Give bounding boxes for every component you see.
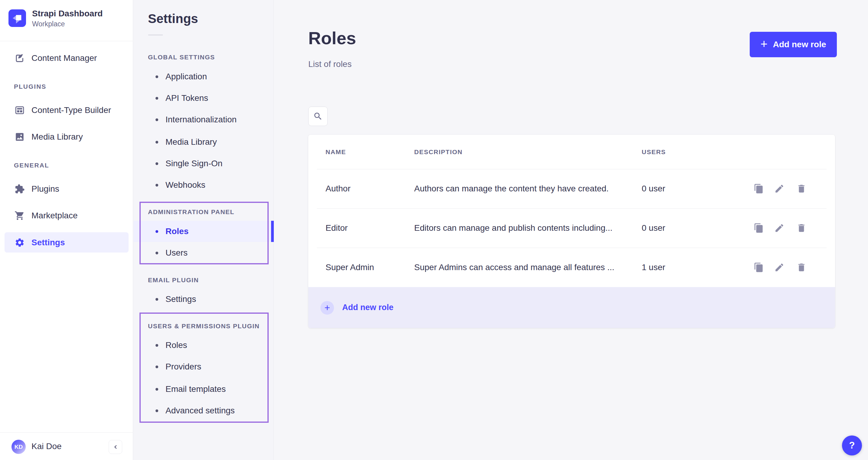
subnav-title-divider: [148, 34, 163, 35]
subnav-item-application[interactable]: Application: [133, 70, 274, 83]
page-title: Roles: [308, 28, 356, 48]
bullet-icon: [156, 141, 158, 144]
column-header-users: USERS: [642, 148, 666, 156]
subnav-title: Settings: [148, 11, 198, 26]
delete-icon[interactable]: [796, 223, 807, 233]
delete-icon[interactable]: [796, 183, 807, 194]
sidebar-item-content-manager[interactable]: Content Manager: [0, 48, 133, 68]
subnav-item-media-library[interactable]: Media Library: [133, 135, 274, 149]
bullet-icon: [156, 230, 158, 233]
subnav-item-admin-users[interactable]: Users: [133, 246, 274, 260]
sidebar-divider: [0, 41, 133, 41]
subnav-item-email-settings[interactable]: Settings: [133, 292, 274, 306]
plugins-icon: [14, 184, 25, 194]
role-name-cell: Editor: [326, 223, 348, 233]
bullet-icon: [156, 118, 158, 121]
edit-icon[interactable]: [774, 223, 784, 233]
marketplace-icon: [14, 210, 25, 221]
roles-table-card: NAME DESCRIPTION USERS Author Authors ca…: [308, 135, 835, 328]
bullet-icon: [156, 298, 158, 301]
duplicate-icon[interactable]: [754, 183, 764, 194]
role-description-cell: Editors can manage and publish contents …: [414, 223, 612, 233]
user-name: Kai Doe: [31, 433, 62, 460]
app: Strapi Dashboard Workplace Content Manag…: [0, 0, 868, 460]
search-button[interactable]: [308, 107, 328, 126]
bullet-icon: [156, 162, 158, 165]
subnav-item-internationalization[interactable]: Internationalization: [133, 113, 274, 126]
subnav-item-admin-roles[interactable]: Roles: [133, 225, 274, 238]
sidebar-item-plugins[interactable]: Plugins: [0, 179, 133, 199]
role-users-cell: 1 user: [642, 263, 665, 272]
sidebar-item-label: Content Manager: [31, 53, 97, 63]
user-row[interactable]: KD Kai Doe: [0, 433, 133, 460]
add-new-role-button[interactable]: + Add new role: [750, 32, 837, 57]
subnav-item-single-sign-on[interactable]: Single Sign-On: [133, 157, 274, 170]
bullet-icon: [156, 76, 158, 78]
plus-icon: +: [760, 38, 767, 50]
duplicate-icon[interactable]: [754, 223, 764, 233]
edit-icon[interactable]: [774, 183, 784, 194]
add-new-role-button-label: Add new role: [773, 40, 826, 49]
brand-workspace: Workplace: [32, 20, 102, 28]
edit-icon[interactable]: [774, 262, 784, 272]
subnav-section-email-plugin-label: EMAIL PLUGIN: [148, 277, 199, 284]
subnav-item-api-tokens[interactable]: API Tokens: [133, 91, 274, 105]
subnav-item-up-providers[interactable]: Providers: [133, 360, 274, 373]
sidebar: Strapi Dashboard Workplace Content Manag…: [0, 0, 133, 460]
table-row[interactable]: Author Authors can manage the content th…: [308, 169, 835, 208]
sidebar-item-marketplace[interactable]: Marketplace: [0, 205, 133, 226]
add-role-footer-label: Add new role: [342, 287, 394, 328]
brand-name: Strapi Dashboard: [32, 8, 102, 19]
role-description-cell: Authors can manage the content they have…: [414, 184, 609, 194]
page-subtitle: List of roles: [308, 59, 351, 69]
content-type-builder-icon: [14, 105, 25, 115]
sidebar-section-plugins-label: PLUGINS: [14, 83, 46, 90]
sidebar-item-content-type-builder[interactable]: Content-Type Builder: [0, 100, 133, 120]
bullet-icon: [156, 409, 158, 412]
bullet-icon: [156, 366, 158, 368]
sidebar-item-label: Settings: [31, 238, 65, 248]
avatar: KD: [11, 440, 26, 454]
workspace-switcher[interactable]: Strapi Dashboard Workplace: [8, 8, 102, 28]
subnav-item-up-roles[interactable]: Roles: [133, 339, 274, 352]
chevron-left-icon: [112, 444, 119, 450]
strapi-logo-icon: [8, 9, 26, 27]
bullet-icon: [156, 344, 158, 347]
plus-icon: +: [320, 301, 334, 315]
subnav-item-webhooks[interactable]: Webhooks: [133, 178, 274, 192]
table-footer-add-role[interactable]: + Add new role: [308, 287, 835, 328]
delete-icon[interactable]: [796, 262, 807, 272]
sidebar-item-label: Plugins: [31, 184, 59, 194]
sidebar-item-media-library[interactable]: Media Library: [0, 126, 133, 147]
table-row[interactable]: Editor Editors can manage and publish co…: [308, 208, 835, 248]
subnav-section-administration-panel-label: ADMINISTRATION PANEL: [148, 208, 235, 215]
role-name-cell: Super Admin: [326, 263, 374, 272]
content-manager-icon: [14, 53, 25, 63]
subnav-section-users-permissions-label: USERS & PERMISSIONS PLUGIN: [148, 322, 259, 330]
collapse-sidebar-button[interactable]: [108, 440, 122, 454]
settings-icon: [14, 237, 25, 248]
subnav-item-up-email-templates[interactable]: Email templates: [133, 382, 274, 396]
duplicate-icon[interactable]: [754, 262, 764, 272]
bullet-icon: [156, 97, 158, 99]
main-content: Roles List of roles + Add new role NAME …: [274, 0, 868, 460]
bullet-icon: [156, 388, 158, 391]
subnav-section-global-settings-label: GLOBAL SETTINGS: [148, 54, 215, 61]
bullet-icon: [156, 252, 158, 254]
search-icon: [313, 111, 323, 121]
role-users-cell: 0 user: [642, 184, 665, 194]
sidebar-item-label: Marketplace: [31, 211, 78, 221]
sidebar-item-label: Media Library: [31, 132, 83, 142]
role-description-cell: Super Admins can access and manage all f…: [414, 263, 615, 272]
bullet-icon: [156, 184, 158, 186]
column-header-description: DESCRIPTION: [414, 148, 463, 156]
role-users-cell: 0 user: [642, 223, 665, 233]
subnav-item-up-advanced-settings[interactable]: Advanced settings: [133, 404, 274, 417]
media-library-icon: [14, 132, 25, 142]
sidebar-section-general-label: GENERAL: [14, 162, 49, 169]
help-button[interactable]: ?: [842, 435, 862, 456]
column-header-name: NAME: [326, 148, 346, 156]
settings-subnav: Settings GLOBAL SETTINGS Application API…: [133, 0, 274, 460]
sidebar-item-settings[interactable]: Settings: [4, 232, 129, 253]
table-row[interactable]: Super Admin Super Admins can access and …: [308, 248, 835, 287]
